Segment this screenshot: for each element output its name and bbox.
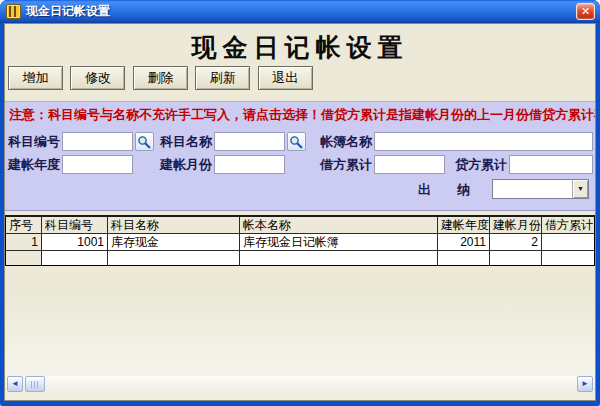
month-label: 建帐月份 — [160, 155, 212, 174]
year-input[interactable] — [62, 155, 133, 174]
credit-total-input[interactable] — [509, 155, 593, 174]
page-title: 现金日记帐设置 — [5, 31, 595, 64]
cashier-label: 出 纳 — [418, 180, 470, 199]
credit-total-label: 贷方累计 — [455, 155, 507, 174]
settings-panel: 注意：科目编号与名称不充许手工写入，请点击选择！借贷方累计是指建帐月份的上一月份… — [5, 101, 595, 211]
delete-button[interactable]: 删除 — [133, 66, 188, 90]
subject-code-input[interactable] — [62, 132, 133, 151]
debit-total-input[interactable] — [374, 155, 445, 174]
subject-code-label: 科目编号 — [8, 132, 60, 151]
subject-code-search-button[interactable] — [135, 132, 154, 151]
horizontal-scrollbar[interactable]: ◄ ► — [6, 376, 594, 393]
debit-total-label: 借方累计 — [320, 155, 372, 174]
app-window: 现金日记帐设置 ✕ 现金日记帐设置 增加 修改 删除 刷新 退出 注意：科目编号… — [0, 0, 600, 406]
cell-subject-code[interactable] — [42, 251, 108, 265]
col-header-book-name[interactable]: 帐本名称 — [240, 217, 438, 233]
cell-month[interactable] — [490, 251, 542, 265]
table-header-row: 序号 科目编号 科目名称 帐本名称 建帐年度 建帐月份 借方累计 — [6, 217, 594, 234]
scroll-left-icon[interactable]: ◄ — [7, 376, 23, 392]
scrollbar-thumb[interactable] — [25, 376, 45, 392]
cell-seq[interactable]: 1 — [6, 234, 42, 250]
table-row[interactable]: 1 1001 库存现金 库存现金日记帐簿 2011 2 — [6, 234, 594, 251]
accounts-table: 序号 科目编号 科目名称 帐本名称 建帐年度 建帐月份 借方累计 1 1001 … — [5, 215, 595, 266]
col-header-subject-code[interactable]: 科目编号 — [42, 217, 108, 233]
subject-name-search-button[interactable] — [287, 132, 306, 151]
col-header-seq[interactable]: 序号 — [6, 217, 42, 233]
ledger-icon — [6, 4, 21, 19]
cashier-dropdown-value — [495, 181, 570, 197]
chevron-down-icon[interactable]: ▼ — [572, 180, 588, 198]
cell-month[interactable]: 2 — [490, 234, 542, 250]
book-name-input[interactable] — [374, 132, 593, 151]
cell-debit-total[interactable] — [542, 251, 594, 265]
book-name-label: 帐簿名称 — [320, 132, 372, 151]
toolbar: 增加 修改 删除 刷新 退出 — [8, 66, 316, 90]
scroll-right-icon[interactable]: ► — [577, 376, 593, 392]
col-header-month[interactable]: 建帐月份 — [490, 217, 542, 233]
exit-button[interactable]: 退出 — [258, 66, 313, 90]
cell-subject-name[interactable]: 库存现金 — [108, 234, 240, 250]
add-button[interactable]: 增加 — [8, 66, 63, 90]
search-icon — [137, 135, 152, 150]
window-title: 现金日记帐设置 — [26, 0, 110, 23]
subject-name-input[interactable] — [214, 132, 285, 151]
col-header-year[interactable]: 建帐年度 — [438, 217, 490, 233]
cell-subject-code[interactable]: 1001 — [42, 234, 108, 250]
subject-name-label: 科目名称 — [160, 132, 212, 151]
table-row-empty[interactable] — [6, 251, 594, 265]
title-bar: 现金日记帐设置 ✕ — [0, 0, 600, 23]
cell-year[interactable] — [438, 251, 490, 265]
cell-book-name[interactable] — [240, 251, 438, 265]
cell-seq[interactable] — [6, 251, 42, 265]
cashier-dropdown[interactable]: ▼ — [492, 179, 589, 199]
close-button[interactable]: ✕ — [576, 3, 595, 20]
client-area: 现金日记帐设置 增加 修改 删除 刷新 退出 注意：科目编号与名称不充许手工写入… — [4, 23, 596, 401]
search-icon — [289, 135, 304, 150]
cell-subject-name[interactable] — [108, 251, 240, 265]
cell-book-name[interactable]: 库存现金日记帐簿 — [240, 234, 438, 250]
cell-debit-total[interactable] — [542, 234, 594, 250]
cell-year[interactable]: 2011 — [438, 234, 490, 250]
year-label: 建帐年度 — [8, 155, 60, 174]
col-header-subject-name[interactable]: 科目名称 — [108, 217, 240, 233]
notice-text: 注意：科目编号与名称不充许手工写入，请点击选择！借贷方累计是指建帐月份的上一月份… — [9, 106, 593, 124]
col-header-debit-total[interactable]: 借方累计 — [542, 217, 594, 233]
month-input[interactable] — [214, 155, 285, 174]
modify-button[interactable]: 修改 — [70, 66, 125, 90]
refresh-button[interactable]: 刷新 — [195, 66, 250, 90]
